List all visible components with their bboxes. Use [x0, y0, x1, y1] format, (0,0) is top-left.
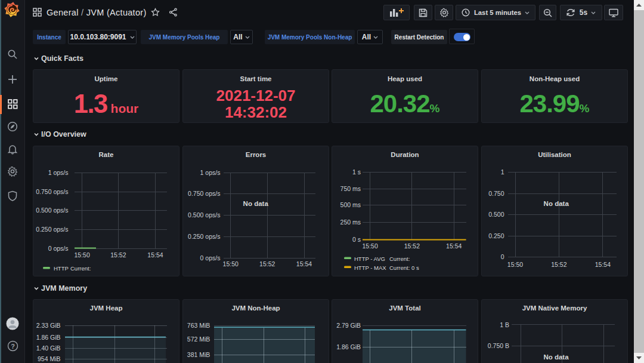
svg-text:0.250 ops/s: 0.250 ops/s [36, 226, 68, 233]
svg-text:15:54: 15:54 [147, 251, 163, 259]
svg-text:15:52: 15:52 [110, 251, 126, 259]
svg-text:500 ms: 500 ms [340, 201, 361, 208]
svg-text:Current:: Current: [70, 265, 91, 272]
svg-text:0 s: 0 s [352, 236, 361, 243]
svg-text:Current: 0 s: Current: 0 s [389, 264, 419, 271]
svg-text:0.750: 0.750 [488, 190, 504, 197]
svg-text:2.33 GiB: 2.33 GiB [36, 322, 61, 329]
svg-text:250 ms: 250 ms [340, 219, 361, 226]
svg-text:HTTP: HTTP [54, 265, 69, 272]
svg-text:1.86 GiB: 1.86 GiB [336, 343, 361, 350]
svg-text:750 ms: 750 ms [340, 185, 361, 192]
svg-text:0.500 ops/s: 0.500 ops/s [188, 211, 220, 219]
svg-text:572 MiB: 572 MiB [187, 336, 210, 343]
svg-text:0.250: 0.250 [488, 232, 504, 239]
svg-text:HTTP - MAX: HTTP - MAX [354, 264, 386, 271]
svg-text:763 MiB: 763 MiB [187, 322, 210, 329]
svg-text:1.40 GiB: 1.40 GiB [36, 344, 61, 352]
svg-text:Current:: Current: [389, 256, 410, 262]
svg-text:954 MiB: 954 MiB [38, 355, 61, 362]
svg-text:0 ops/s: 0 ops/s [200, 254, 221, 262]
svg-text:15:52: 15:52 [404, 242, 420, 250]
svg-text:15:50: 15:50 [74, 251, 89, 259]
svg-text:No data: No data [543, 353, 569, 361]
svg-text:0 ops/s: 0 ops/s [48, 245, 69, 252]
svg-text:1.86 GiB: 1.86 GiB [36, 334, 61, 341]
svg-text:1: 1 [501, 168, 504, 176]
svg-text:0: 0 [501, 253, 504, 260]
svg-text:1 ops/s: 1 ops/s [48, 169, 69, 176]
svg-text:381 MiB: 381 MiB [187, 351, 210, 358]
svg-text:0.500: 0.500 [488, 211, 504, 218]
svg-text:No data: No data [243, 200, 269, 207]
svg-text:2.79 GiB: 2.79 GiB [336, 322, 361, 329]
svg-text:0.750 ops/s: 0.750 ops/s [36, 188, 68, 195]
svg-text:15:54: 15:54 [296, 260, 312, 267]
svg-text:No data: No data [544, 200, 569, 207]
svg-text:0.250 ops/s: 0.250 ops/s [188, 233, 220, 240]
svg-text:0.500 ops/s: 0.500 ops/s [36, 207, 68, 214]
svg-text:0.750 B: 0.750 B [488, 342, 509, 349]
svg-text:15:52: 15:52 [551, 261, 566, 268]
svg-text:1 ops/s: 1 ops/s [200, 169, 221, 176]
svg-text:15:50: 15:50 [362, 242, 377, 250]
svg-text:15:50: 15:50 [223, 260, 239, 267]
svg-text:?: ? [11, 343, 15, 350]
svg-text:15:52: 15:52 [259, 260, 275, 267]
svg-text:0.750 ops/s: 0.750 ops/s [188, 190, 220, 197]
svg-text:15:50: 15:50 [507, 261, 523, 268]
svg-text:1 B: 1 B [500, 321, 509, 328]
svg-text:1 s: 1 s [352, 168, 361, 176]
svg-text:15:54: 15:54 [595, 261, 611, 268]
svg-text:15:54: 15:54 [446, 242, 462, 250]
svg-text:HTTP - AVG: HTTP - AVG [354, 256, 385, 262]
